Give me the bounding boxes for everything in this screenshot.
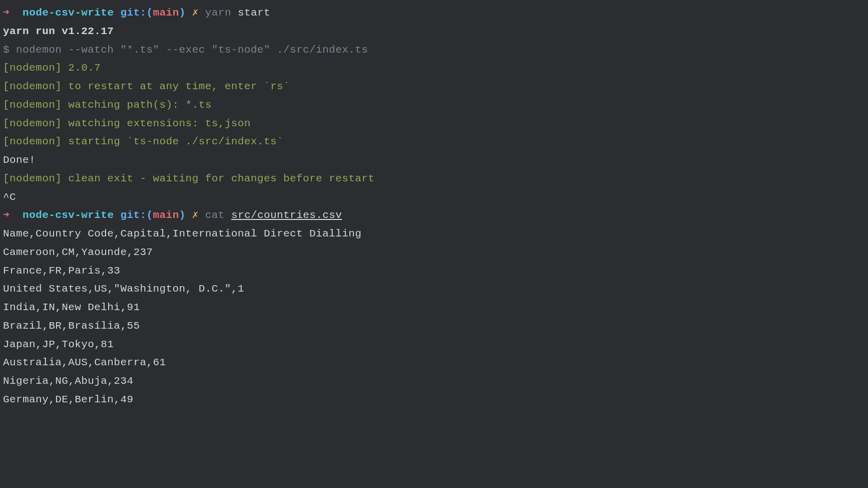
dollar-prompt: $ [3,41,16,60]
prompt-arrow-icon: ➜ [3,206,23,225]
csv-data-row: Cameroon,CM,Yaounde,237 [3,243,865,262]
nodemon-output: [nodemon] 2.0.7 [3,59,865,78]
nodemon-output: [nodemon] watching extensions: ts,json [3,115,865,133]
csv-data-row: Australia,AUS,Canberra,61 [3,354,865,372]
ctrl-c-line: ^C [3,188,865,207]
terminal-output[interactable]: ➜ node-csv-write git:( main ) ✗ yarn sta… [3,4,865,409]
csv-data-row: United States,US,"Washington, D.C.",1 [3,280,865,299]
prompt-arrow-icon: ➜ [3,4,23,23]
csv-data-row: Japan,JP,Tokyo,81 [3,336,865,354]
command-name: cat [205,206,231,225]
prompt-dirty-icon: ✗ [192,206,205,225]
prompt-branch: main [153,206,179,225]
yarn-run-line: yarn run v1.22.17 [3,23,865,41]
done-line: Done! [3,151,865,170]
command-arg: start [238,4,270,23]
prompt-line-1: ➜ node-csv-write git:( main ) ✗ yarn sta… [3,4,865,23]
prompt-dir: node-csv-write [23,4,120,23]
csv-header-row: Name,Country Code,Capital,International … [3,225,865,243]
csv-data-row: Germany,DE,Berlin,49 [3,391,865,409]
csv-data-row: Brazil,BR,Brasília,55 [3,317,865,336]
prompt-git-label: git:( [120,4,153,23]
command-arg: src/countries.csv [231,206,342,225]
command-name: yarn [205,4,238,23]
prompt-dir: node-csv-write [23,206,120,225]
prompt-git-close: ) [179,4,192,23]
csv-data-row: France,FR,Paris,33 [3,262,865,281]
prompt-git-label: git:( [120,206,153,225]
csv-data-row: Nigeria,NG,Abuja,234 [3,372,865,391]
nodemon-output: [nodemon] watching path(s): *.ts [3,96,865,115]
prompt-line-2: ➜ node-csv-write git:( main ) ✗ cat src/… [3,206,865,225]
nodemon-exit-line: [nodemon] clean exit - waiting for chang… [3,170,865,188]
csv-data-row: India,IN,New Delhi,91 [3,299,865,317]
nodemon-output: [nodemon] starting `ts-node ./src/index.… [3,133,865,151]
nodemon-output: [nodemon] to restart at any time, enter … [3,78,865,96]
prompt-branch: main [153,4,179,23]
nodemon-command: nodemon --watch "*.ts" --exec "ts-node" … [16,41,368,60]
prompt-dirty-icon: ✗ [192,4,205,23]
prompt-git-close: ) [179,206,192,225]
nodemon-command-line: $ nodemon --watch "*.ts" --exec "ts-node… [3,41,865,60]
